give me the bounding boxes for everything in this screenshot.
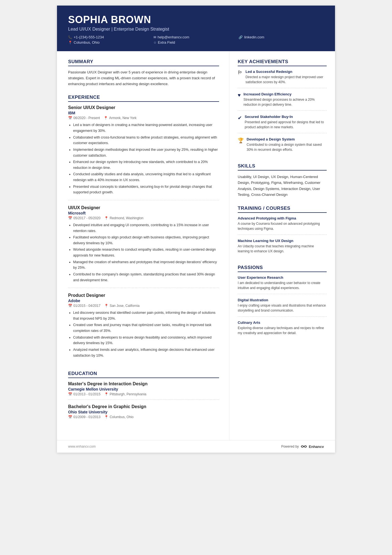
calendar-icon: 📅 — [68, 304, 72, 308]
footer: www.enhancv.com Powered by Enhancv — [57, 440, 335, 453]
exp-meta-ibm: 📅 06/2020 - Present 📍 Armonk, New York — [68, 116, 219, 120]
calendar-icon: 📅 — [68, 216, 72, 220]
left-column: SUMMARY Passionate UI/UX Designer with o… — [57, 51, 229, 440]
edu-dates-cmu: 📅 01/2013 - 01/2015 — [68, 392, 100, 396]
achievements-title: KEY ACHIEVEMENTS — [238, 59, 327, 66]
education-section: EDUCATION Master's Degree in Interaction… — [68, 371, 219, 422]
exp-location-ibm: 📍 Armonk, New York — [104, 116, 137, 120]
enhancv-logo-icon — [301, 444, 307, 449]
exp-dates-microsoft: 📅 05/2017 - 05/2020 — [68, 216, 100, 220]
exp-role-adobe: Product Designer — [68, 293, 219, 298]
map-icon: 📍 — [104, 216, 108, 220]
bullet: Created user flows and journey maps that… — [73, 322, 219, 334]
passion-name-1: User Experience Research — [238, 275, 327, 280]
training-figma: Advanced Prototyping with Figma A course… — [238, 216, 327, 235]
achievement-content: Increased Design Efficiency Streamlined … — [244, 92, 327, 107]
map-icon: 📍 — [104, 392, 108, 396]
passion-desc-3: Exploring diverse culinary techniques an… — [238, 325, 327, 336]
achievement-title-3: Secured Stakeholder Buy-In — [245, 115, 327, 119]
bullet: Contributed to the company's design syst… — [73, 272, 219, 283]
bullet: Collaborated with cross-functional teams… — [73, 135, 219, 146]
footer-brand: Powered by Enhancv — [281, 444, 324, 449]
contact-info: 📞 +1-(234)-555-1234 ✉ help@enhancv.com 🔗… — [68, 35, 324, 45]
exp-bullets-adobe: Led discovery sessions that identified c… — [68, 310, 219, 358]
achievement-title-1: Led a Successful Redesign — [245, 70, 327, 74]
achievements-section: KEY ACHIEVEMENTS 🏳 Led a Successful Rede… — [238, 59, 327, 156]
achievement-stakeholder: ✔ Secured Stakeholder Buy-In Presented a… — [238, 115, 327, 133]
achievement-efficiency: ♥ Increased Design Efficiency Streamline… — [238, 92, 327, 111]
skills-text: Usability, UI Design, UX Design, Human-C… — [238, 174, 327, 198]
edu-school-cmu: Carnegie Mellon University — [68, 387, 219, 391]
achievement-content: Developed a Design System Contributed to… — [247, 137, 327, 152]
checkmark-icon: ✔ — [238, 115, 242, 130]
location-text: Columbus, Ohio — [74, 40, 100, 45]
skills-section: SKILLS Usability, UI Design, UX Design, … — [238, 163, 327, 198]
exp-role-microsoft: UI/UX Designer — [68, 205, 219, 210]
exp-company-adobe: Adobe — [68, 299, 219, 303]
achievement-desc-3: Presented and gained approval for design… — [245, 120, 327, 130]
training-section: TRAINING / COURSES Advanced Prototyping … — [238, 206, 327, 257]
bullet: Worked alongside researchers to conduct … — [73, 247, 219, 258]
edu-meta-cmu: 📅 01/2013 - 01/2015 📍 Pittsburgh, Pennsy… — [68, 392, 219, 396]
education-title: EDUCATION — [68, 371, 219, 378]
exp-bullets-ibm: Led a team of designers in creating a ma… — [68, 122, 219, 195]
passion-ux: User Experience Research I am dedicated … — [238, 275, 327, 294]
header: SOPHIA BROWN Lead UI/UX Designer | Enter… — [57, 6, 335, 51]
location-icon: 📍 — [68, 41, 72, 45]
exp-item-microsoft: UI/UX Designer Microsoft 📅 05/2017 - 05/… — [68, 205, 219, 288]
summary-title: SUMMARY — [68, 59, 219, 66]
edu-school-osu: Ohio State University — [68, 410, 219, 414]
footer-website: www.enhancv.com — [68, 445, 96, 448]
passion-culinary: Culinary Arts Exploring diverse culinary… — [238, 320, 327, 339]
edu-location-osu: 📍 Columbus, Ohio — [104, 415, 133, 419]
right-column: KEY ACHIEVEMENTS 🏳 Led a Successful Rede… — [229, 51, 335, 440]
edu-location-cmu: 📍 Pittsburgh, Pennsylvania — [104, 392, 146, 396]
summary-section: SUMMARY Passionate UI/UX Designer with o… — [68, 59, 219, 87]
exp-meta-adobe: 📅 01/2015 - 04/2017 📍 San Jose, Californ… — [68, 304, 219, 308]
summary-text: Passionate UI/UX Designer with over 5 ye… — [68, 70, 219, 87]
training-name-2: Machine Learning for UX Design — [238, 239, 327, 243]
email-icon: ✉ — [153, 35, 156, 39]
powered-by-text: Powered by — [281, 445, 299, 448]
candidate-name: SOPHIA BROWN — [68, 14, 324, 26]
edu-dates-osu: 📅 01/2009 - 01/2013 — [68, 415, 100, 419]
achievement-design-system: 🏆 Developed a Design System Contributed … — [238, 137, 327, 156]
achievement-desc-4: Contributed to creating a design system … — [247, 142, 327, 152]
map-icon: 📍 — [104, 415, 108, 419]
bullet: Developed intuitive and engaging UI comp… — [73, 222, 219, 234]
bullet: Managed the creation of wireframes and p… — [73, 259, 219, 271]
contact-phone: 📞 +1-(234)-555-1234 — [68, 35, 153, 39]
passions-title: PASSIONS — [238, 265, 327, 272]
exp-company-microsoft: Microsoft — [68, 211, 219, 215]
exp-location-adobe: 📍 San Jose, California — [104, 304, 139, 308]
map-icon: 📍 — [104, 304, 108, 308]
edu-meta-osu: 📅 01/2009 - 01/2013 📍 Columbus, Ohio — [68, 415, 219, 419]
link-icon: 🔗 — [239, 35, 243, 39]
bullet: Conducted usability studies and data ana… — [73, 171, 219, 183]
flag-icon: 🏳 — [238, 70, 243, 85]
passion-desc-2: I enjoy crafting unique visuals and illu… — [238, 303, 327, 313]
edu-degree-osu: Bachelor's Degree in Graphic Design — [68, 404, 219, 409]
exp-item-ibm: Senior UI/UX Designer IBM 📅 06/2020 - Pr… — [68, 105, 219, 200]
trophy-icon: 🏆 — [238, 137, 244, 152]
bullet: Enhanced our design system by introducin… — [73, 159, 219, 171]
resume: SOPHIA BROWN Lead UI/UX Designer | Enter… — [57, 6, 335, 453]
linkedin-text: linkedin.com — [244, 35, 264, 39]
calendar-icon: 📅 — [68, 116, 72, 120]
bullet: Led discovery sessions that identified c… — [73, 310, 219, 321]
extra-text: Extra Field — [158, 40, 175, 45]
contact-extra: ☆ Extra Field — [153, 40, 239, 45]
achievement-title-4: Developed a Design System — [247, 137, 327, 141]
contact-linkedin: 🔗 linkedin.com — [239, 35, 324, 39]
candidate-title: Lead UI/UX Designer | Enterprise Design … — [68, 27, 324, 32]
experience-title: EXPERIENCE — [68, 95, 219, 102]
achievement-title-2: Increased Design Efficiency — [244, 92, 327, 96]
exp-company-ibm: IBM — [68, 111, 219, 115]
exp-dates-ibm: 📅 06/2020 - Present — [68, 116, 100, 120]
passion-desc-1: I am dedicated to understanding user beh… — [238, 280, 327, 290]
passions-section: PASSIONS User Experience Research I am d… — [238, 265, 327, 339]
exp-dates-adobe: 📅 01/2015 - 04/2017 — [68, 304, 100, 308]
phone-icon: 📞 — [68, 35, 72, 39]
edu-item-osu: Bachelor's Degree in Graphic Design Ohio… — [68, 404, 219, 422]
exp-role-ibm: Senior UI/UX Designer — [68, 105, 219, 110]
